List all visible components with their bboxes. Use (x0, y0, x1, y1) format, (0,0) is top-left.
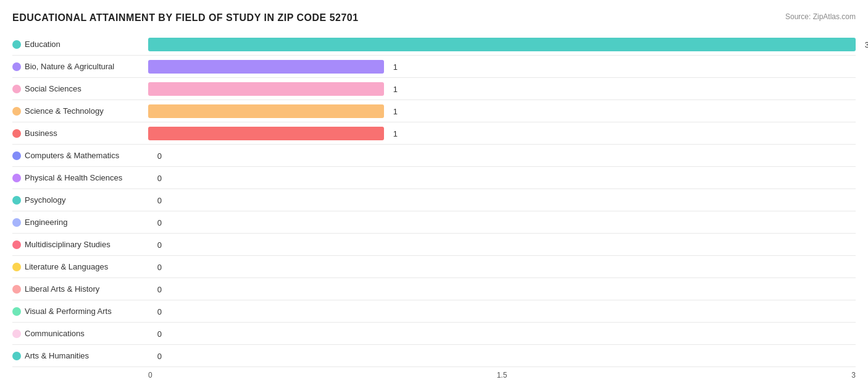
bar-label-text: Bio, Nature & Agricultural (25, 62, 114, 71)
bar-row: Literature & Languages0 (12, 256, 856, 278)
bar-track: 0 (148, 149, 856, 163)
bar-dot-icon (12, 196, 21, 205)
bar-row: Science & Technology1 (12, 100, 856, 122)
bar-label-text: Science & Technology (25, 106, 104, 116)
bar-dot-icon (12, 151, 21, 160)
bar-value-label: 0 (157, 284, 162, 294)
bar-row: Physical & Health Sciences0 (12, 167, 856, 189)
bar-track: 1 (148, 104, 856, 118)
bar-value-label: 0 (157, 218, 162, 227)
bar-track: 0 (148, 305, 856, 318)
bar-value-label: 1 (393, 84, 398, 93)
bar-label: Physical & Health Sciences (12, 173, 148, 182)
bar-track: 0 (148, 282, 856, 296)
bar-row: Computers & Mathematics0 (12, 145, 856, 167)
bar-value-label: 1 (393, 106, 398, 116)
bar-value-label: 0 (157, 351, 162, 360)
bar-track: 1 (148, 60, 856, 74)
bar-dot-icon (12, 285, 21, 294)
bar-value-label: 3 (865, 40, 868, 49)
bar-dot-icon (12, 218, 21, 227)
bar-value-label: 0 (157, 307, 162, 316)
chart-title: EDUCATIONAL ATTAINMENT BY FIELD OF STUDY… (12, 12, 359, 23)
bar-value-label: 0 (157, 262, 162, 271)
bar-dot-icon (12, 62, 21, 71)
x-axis-label: 0 (148, 371, 152, 379)
bar-label-text: Communications (25, 329, 85, 338)
bar-label: Engineering (12, 218, 148, 227)
bar-label: Bio, Nature & Agricultural (12, 62, 148, 71)
bar-row: Psychology0 (12, 189, 856, 211)
bar-fill: 1 (148, 127, 384, 140)
bar-dot-icon (12, 40, 21, 49)
bar-track: 1 (148, 82, 856, 96)
bar-label-text: Social Sciences (25, 84, 81, 93)
bar-label-text: Visual & Performing Arts (25, 307, 112, 316)
bar-label-text: Business (25, 129, 57, 138)
bar-track: 3 (148, 38, 856, 51)
bar-label-text: Computers & Mathematics (25, 151, 119, 160)
x-axis-label: 3 (851, 371, 856, 379)
chart-area: Education3Bio, Nature & Agricultural1Soc… (12, 33, 856, 367)
bar-fill: 3 (148, 38, 856, 51)
bar-value-label: 0 (157, 195, 162, 205)
bar-track: 0 (148, 260, 856, 274)
bar-label: Literature & Languages (12, 262, 148, 271)
x-axis-label: 1.5 (152, 371, 852, 379)
bar-row: Social Sciences1 (12, 78, 856, 100)
bar-value-label: 0 (157, 329, 162, 338)
bar-dot-icon (12, 352, 21, 360)
bar-row: Liberal Arts & History0 (12, 278, 856, 300)
bar-label-text: Engineering (25, 218, 67, 227)
bar-row: Communications0 (12, 323, 856, 345)
bar-label: Liberal Arts & History (12, 284, 148, 294)
bar-track: 0 (148, 349, 856, 363)
bar-row: Bio, Nature & Agricultural1 (12, 56, 856, 78)
bar-label-text: Liberal Arts & History (25, 284, 99, 294)
bar-track: 1 (148, 127, 856, 140)
bar-value-label: 0 (157, 151, 162, 160)
bar-row: Visual & Performing Arts0 (12, 300, 856, 323)
bar-label: Science & Technology (12, 106, 148, 116)
bar-track: 0 (148, 171, 856, 185)
bar-row: Engineering0 (12, 211, 856, 234)
bar-label: Arts & Humanities (12, 351, 148, 360)
bar-row: Business1 (12, 122, 856, 145)
chart-source: Source: ZipAtlas.com (785, 12, 856, 21)
bar-value-label: 0 (157, 173, 162, 182)
bar-label-text: Psychology (25, 195, 65, 205)
bar-label: Business (12, 129, 148, 138)
bar-label: Communications (12, 329, 148, 338)
bar-row: Education3 (12, 33, 856, 56)
chart-container: EDUCATIONAL ATTAINMENT BY FIELD OF STUDY… (6, 6, 862, 390)
bar-label-text: Physical & Health Sciences (25, 173, 122, 182)
bar-label-text: Arts & Humanities (25, 351, 89, 360)
bar-track: 0 (148, 238, 856, 252)
bar-track: 0 (148, 216, 856, 229)
bar-label: Computers & Mathematics (12, 151, 148, 160)
bar-track: 0 (148, 193, 856, 207)
bar-label: Education (12, 40, 148, 49)
bar-label-text: Multidisciplinary Studies (25, 240, 111, 249)
bar-label-text: Literature & Languages (25, 262, 108, 271)
bar-track: 0 (148, 327, 856, 341)
bar-dot-icon (12, 307, 21, 316)
chart-header: EDUCATIONAL ATTAINMENT BY FIELD OF STUDY… (12, 12, 856, 23)
bar-label: Multidisciplinary Studies (12, 240, 148, 249)
bar-dot-icon (12, 329, 21, 338)
bar-label: Psychology (12, 195, 148, 205)
x-axis: 01.53 (12, 371, 856, 379)
bar-row: Multidisciplinary Studies0 (12, 234, 856, 256)
bar-dot-icon (12, 263, 21, 271)
bar-dot-icon (12, 85, 21, 93)
bar-row: Arts & Humanities0 (12, 345, 856, 367)
bar-value-label: 1 (393, 62, 398, 71)
bar-dot-icon (12, 129, 21, 138)
bar-dot-icon (12, 174, 21, 182)
bar-value-label: 0 (157, 240, 162, 249)
bar-label-text: Education (25, 40, 61, 49)
bar-label: Visual & Performing Arts (12, 307, 148, 316)
bar-value-label: 1 (393, 129, 398, 138)
bar-fill: 1 (148, 60, 384, 74)
bar-fill: 1 (148, 104, 384, 118)
